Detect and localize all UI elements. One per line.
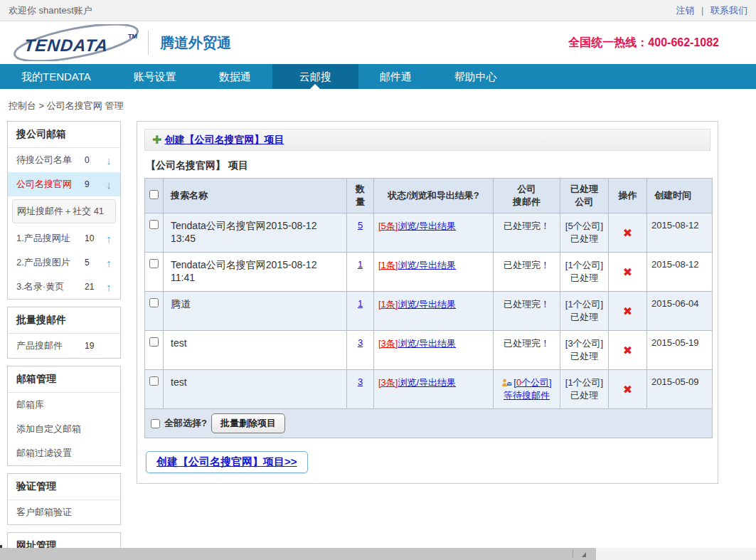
mail-status: 已处理完！ — [494, 331, 560, 370]
sidebar-item-pending-company-list[interactable]: 待搜公司名单 0 ↓ — [8, 148, 120, 172]
sidebar-item-product-search-mail[interactable]: 产品搜邮件 19 — [8, 334, 120, 358]
quantity-link[interactable]: 3 — [358, 337, 363, 348]
nav-item-mail-pass[interactable]: 邮件通 — [358, 64, 433, 89]
sidebar-item-customer-mail-verification[interactable]: 客户邮箱验证 — [8, 500, 120, 524]
created-date: 2015-05-19 — [647, 331, 713, 370]
create-project-bar: ✚ 创建【公司名搜官网】项目 — [144, 129, 710, 151]
sidebar-item-add-custom-mailbox[interactable]: 添加自定义邮箱 — [8, 417, 120, 441]
project-name: test — [164, 370, 347, 409]
scrollbar-arrow-icon — [582, 552, 586, 557]
processed-company: [3个公司]已处理 — [560, 331, 609, 370]
result-count-badge[interactable]: [1条] — [378, 299, 398, 310]
mail-status: 已处理完！ — [494, 292, 560, 331]
breadcrumb: 控制台 > 公司名搜官网 管理 — [0, 89, 756, 121]
quantity-link[interactable]: 1 — [358, 259, 363, 270]
col-header-operation: 操作 — [609, 179, 647, 213]
contact-us-link[interactable]: 联系我们 — [710, 5, 747, 16]
table-header-row: 搜索名称 数量 状态/浏览和导出结果? 公司 搜邮件 已处理 公司 操作 创建时… — [145, 179, 713, 213]
brand-bar: TENDATA TM 腾道外贸通 全国统一热线：400-662-1082 — [0, 21, 756, 64]
table-row: test 3 [3条]浏览/导出结果 已处理完！ [3个公司]已处理 ✖ 201… — [145, 331, 713, 370]
delete-icon[interactable]: ✖ — [623, 266, 632, 278]
waiting-search-link[interactable]: 等待搜邮件 — [504, 390, 550, 401]
nav-item-help-center[interactable]: 帮助中心 — [433, 64, 518, 89]
panel-title: 邮箱管理 — [8, 366, 120, 393]
sidebar-item-product-search-image[interactable]: 2.产品搜图片 5 ↑ — [8, 250, 120, 275]
view-export-link[interactable]: 浏览/导出结果 — [398, 338, 456, 349]
sidebar-item-product-search-url[interactable]: 1.产品搜网址 10 ↑ — [8, 226, 120, 250]
section-title: 【公司名搜官网】 项目 — [146, 159, 710, 172]
nav-item-data-pass[interactable]: 数据通 — [198, 64, 272, 89]
mail-status-pending: [0个公司] 等待搜邮件 — [494, 370, 560, 409]
item-count: 19 — [85, 341, 103, 351]
zero-company-link[interactable]: [0个公司] — [513, 377, 551, 388]
created-date: 2015-08-12 — [647, 213, 713, 253]
processed-company: [1个公司]已处理 — [560, 253, 609, 292]
item-count: 9 — [85, 179, 103, 189]
quantity-link[interactable]: 5 — [358, 220, 363, 231]
view-export-link[interactable]: 浏览/导出结果 — [398, 260, 456, 270]
mail-status: 已处理完！ — [494, 213, 560, 253]
quantity-link[interactable]: 1 — [358, 298, 363, 309]
sidebar-item-company-name-search[interactable]: 公司名搜官网 9 ↓ — [8, 172, 120, 196]
select-all-header-checkbox[interactable] — [149, 190, 159, 199]
top-bar: 欢迎你 shantest账户 注销 | 联系我们 — [0, 0, 756, 21]
nav-item-my-tendata[interactable]: 我的TENDATA — [0, 64, 112, 89]
col-header-search-name: 搜索名称 — [164, 179, 347, 213]
delete-icon[interactable]: ✖ — [623, 344, 632, 356]
row-checkbox[interactable] — [149, 337, 159, 347]
select-all-checkbox[interactable] — [151, 419, 160, 428]
row-checkbox[interactable] — [149, 376, 159, 386]
horizontal-scrollbar[interactable] — [0, 548, 756, 560]
create-project-link[interactable]: 创建【公司名搜官网】项目 — [164, 134, 284, 147]
sidebar-item-url-search-social[interactable]: 网址搜邮件＋社交 41 — [12, 199, 116, 223]
main-nav: 我的TENDATA 账号设置 数据通 云邮搜 邮件通 帮助中心 — [0, 64, 756, 89]
table-footer-row: 全部选择? 批量删除项目 — [145, 409, 713, 438]
sidebar-item-mailbox-filter-settings[interactable]: 邮箱过滤设置 — [8, 441, 120, 465]
item-count: 41 — [94, 206, 104, 216]
row-checkbox[interactable] — [149, 259, 159, 268]
view-export-link[interactable]: 浏览/导出结果 — [398, 299, 456, 310]
logo-wordmark: TENDATA — [23, 36, 110, 56]
panel-title: 批量搜邮件 — [8, 307, 120, 334]
panel-title: 验证管理 — [8, 474, 120, 500]
logout-link[interactable]: 注销 — [676, 5, 694, 16]
up-arrow-icon[interactable]: ↑ — [103, 233, 115, 245]
up-arrow-icon[interactable]: ↑ — [103, 281, 115, 293]
quantity-link[interactable]: 3 — [358, 376, 363, 387]
processed-company: [1个公司]已处理 — [560, 370, 609, 409]
col-header-status: 状态/浏览和导出结果? — [374, 179, 494, 213]
row-checkbox[interactable] — [149, 298, 159, 307]
created-date: 2015-08-12 — [647, 253, 713, 292]
delete-icon[interactable]: ✖ — [623, 384, 632, 396]
result-count-badge[interactable]: [5条] — [378, 221, 398, 231]
up-arrow-icon[interactable]: ↑ — [103, 257, 115, 269]
result-count-badge[interactable]: [1条] — [378, 260, 398, 270]
sidebar-item-mailbox-library[interactable]: 邮箱库 — [8, 393, 120, 417]
hotline-text: 全国统一热线：400-662-1082 — [568, 36, 719, 51]
delete-icon[interactable]: ✖ — [623, 305, 632, 317]
logo-tm-mark: TM — [128, 33, 137, 40]
row-checkbox[interactable] — [149, 220, 159, 229]
nav-item-account-settings[interactable]: 账号设置 — [112, 64, 198, 89]
view-export-link[interactable]: 浏览/导出结果 — [398, 377, 456, 388]
result-count-badge[interactable]: [3条] — [378, 338, 398, 349]
result-count-badge[interactable]: [3条] — [378, 377, 398, 388]
processed-company: [5个公司]已处理 — [560, 213, 609, 253]
down-arrow-icon[interactable]: ↓ — [103, 179, 115, 191]
table-row: 腾道 1 [1条]浏览/导出结果 已处理完！ [1个公司]已处理 ✖ 2015-… — [145, 292, 713, 331]
item-count: 0 — [85, 155, 103, 165]
table-row: Tendata公司名搜官网2015-08-12 11:41 1 [1条]浏览/导… — [145, 253, 713, 292]
col-header-company-mail: 公司 搜邮件 — [494, 179, 560, 213]
nav-item-cloud-mail-search[interactable]: 云邮搜 — [272, 64, 358, 89]
content-area: 搜公司邮箱 待搜公司名单 0 ↓ 公司名搜官网 9 ↓ 网址搜邮件＋社交 41 … — [0, 121, 756, 560]
sidebar-item-directory-yellowpages[interactable]: 3.名录·黄页 21 ↑ — [8, 275, 120, 299]
delete-icon[interactable]: ✖ — [623, 227, 632, 239]
horizontal-scrollbar-thumb[interactable] — [0, 548, 596, 560]
created-date: 2015-06-04 — [647, 292, 713, 331]
project-name: 腾道 — [164, 292, 347, 331]
down-arrow-icon[interactable]: ↓ — [103, 154, 115, 167]
view-export-link[interactable]: 浏览/导出结果 — [398, 221, 456, 231]
table-row: Tendata公司名搜官网2015-08-12 13:45 5 [5条]浏览/导… — [145, 213, 713, 253]
batch-delete-button[interactable]: 批量删除项目 — [211, 413, 285, 433]
create-project-button[interactable]: 创建【公司名搜官网】项目>> — [146, 451, 308, 473]
